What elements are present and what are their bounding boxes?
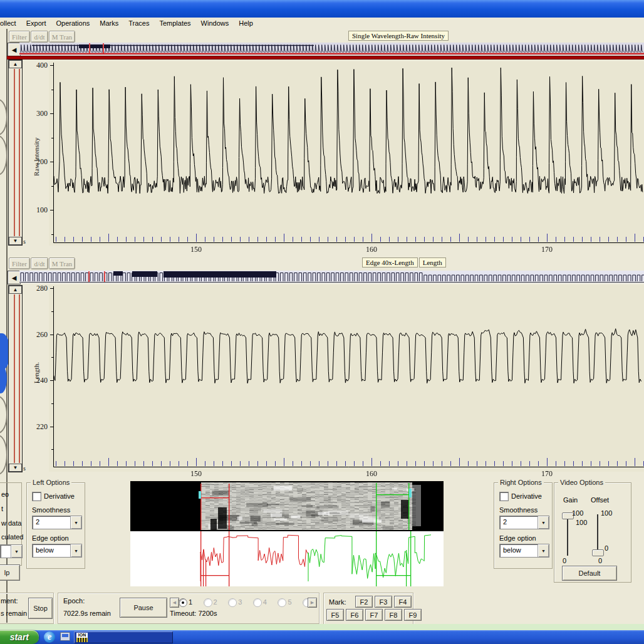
stop-button[interactable]: Stop — [28, 598, 53, 619]
epoch-radio-4 — [253, 598, 262, 607]
ionwizard-app-icon: ION — [76, 633, 88, 642]
cut-label-2: w data — [1, 519, 21, 527]
internet-explorer-icon[interactable]: e — [44, 631, 55, 643]
window-titlebar[interactable] — [0, 0, 644, 18]
y-tick-label: 200 — [28, 157, 48, 167]
scroll-down-icon[interactable]: ▼ — [9, 237, 22, 245]
scroll-up-icon[interactable]: ▲ — [9, 60, 22, 68]
menu-item-help[interactable]: Help — [239, 19, 253, 27]
epoch-radio-1[interactable] — [179, 598, 187, 607]
scroll-down-icon[interactable]: ▼ — [9, 464, 22, 472]
experiment-label: ment: — [1, 597, 18, 605]
offset-slider-handle[interactable] — [592, 549, 604, 556]
y-tick-label: 400 — [28, 61, 48, 70]
right-derivative-checkbox[interactable] — [499, 492, 509, 501]
chevron-down-icon[interactable]: ▼ — [11, 545, 22, 558]
right-options-title: Right Options — [498, 479, 544, 486]
scrollbar-track[interactable] — [14, 69, 20, 236]
gain-value: 100 — [576, 519, 587, 526]
cut-label-1: t — [1, 505, 3, 512]
chevron-down-icon[interactable]: ▼ — [70, 516, 81, 529]
x-tick-label: 170 — [538, 469, 556, 479]
scroll-up-icon[interactable]: ▲ — [9, 286, 22, 294]
menu-item-ollect[interactable]: ollect — [0, 19, 16, 27]
video-options-group: Video Options Gain Offset 100 100 0 100 … — [554, 482, 631, 583]
mark-f5-button[interactable]: F5 — [326, 609, 344, 621]
menu-item-operations[interactable]: Operations — [56, 19, 90, 27]
mtran-button: M Tran — [49, 31, 75, 43]
menu-item-templates[interactable]: Templates — [159, 19, 190, 27]
menu-item-traces[interactable]: Traces — [128, 19, 149, 27]
left-edge-option-select[interactable]: below▼ — [32, 544, 82, 558]
mark-f3-button[interactable]: F3 — [375, 596, 392, 608]
x-tick-label: 170 — [538, 245, 556, 254]
mark-f4-button[interactable]: F4 — [394, 596, 412, 608]
offset-scale-max: 100 — [601, 509, 612, 517]
right-smoothness-select[interactable]: 2▼ — [499, 516, 549, 529]
left-derivative-checkbox[interactable] — [32, 492, 41, 501]
gain-label: Gain — [563, 496, 578, 504]
mark-f8-button[interactable]: F8 — [385, 609, 402, 621]
chevron-down-icon[interactable]: ▼ — [538, 544, 549, 557]
y-tick-label: 300 — [28, 109, 48, 118]
chevron-down-icon[interactable]: ▼ — [538, 516, 549, 529]
chart1-y-axis-label: Raw Intensity — [33, 113, 40, 200]
program-icon[interactable] — [60, 632, 70, 641]
cell-video-image — [130, 481, 444, 531]
menu-item-export[interactable]: Export — [26, 19, 46, 27]
trace1-title-label: Single Wavelength-Raw Intensity — [348, 31, 449, 41]
cut-label-0: eo — [1, 491, 9, 498]
gain-slider-track[interactable] — [567, 514, 568, 556]
filter-button: Filter — [9, 31, 30, 43]
epoch-radio-label-1: 1 — [189, 598, 192, 606]
start-button[interactable]: start — [0, 630, 39, 644]
length-overview-strip[interactable] — [19, 271, 644, 283]
raw-intensity-overview-strip[interactable] — [19, 43, 644, 55]
mark-f2-button[interactable]: F2 — [355, 596, 373, 608]
left-smoothness-select[interactable]: 2▼ — [32, 516, 82, 529]
right-edge-option-label: Edge option — [499, 534, 536, 542]
menu-item-windows[interactable]: Windows — [201, 19, 229, 27]
chart1-vertical-scrollbar[interactable]: ▲ ▼ — [8, 60, 23, 246]
x-tick-label: 160 — [363, 245, 380, 254]
trace2-title-label: Edge 40x-Length — [362, 257, 418, 267]
video-options-title: Video Options — [558, 479, 605, 486]
mark-f9-button[interactable]: F9 — [404, 609, 422, 621]
chart2-time-unit: s — [23, 465, 26, 472]
raw-intensity-trace-canvas — [49, 61, 644, 246]
taskbar-app-button[interactable]: ION — [74, 631, 173, 643]
gain-scale-min: 0 — [563, 557, 566, 564]
mark-f7-button[interactable]: F7 — [365, 609, 383, 621]
strip1-scroll-left-button[interactable]: ◀ — [8, 43, 21, 56]
mark-f6-button[interactable]: F6 — [346, 609, 363, 621]
chart2-vertical-scrollbar[interactable]: ▲ ▼ — [8, 285, 23, 472]
left-derivative-label: Derivative — [44, 492, 75, 500]
left-edge-option-label: Edge option — [32, 534, 69, 542]
cut-dropdown[interactable]: ▼ — [0, 544, 23, 558]
menu-item-marks[interactable]: Marks — [100, 19, 118, 27]
chevron-down-icon[interactable]: ▼ — [70, 544, 81, 557]
help-button[interactable]: lp — [0, 564, 20, 581]
mtran-button-2: M Tran — [49, 257, 75, 269]
right-edge-option-select[interactable]: below▼ — [499, 544, 549, 558]
scrollbar-track[interactable] — [14, 294, 20, 463]
epoch-radio-2 — [204, 598, 212, 607]
default-button[interactable]: Default — [562, 566, 617, 581]
offset-value: 0 — [605, 544, 608, 552]
epoch-radio-label-2: 2 — [214, 598, 217, 606]
filter-button-2: Filter — [9, 257, 30, 269]
red-separator — [7, 56, 644, 60]
y-tick-label: 260 — [28, 330, 48, 340]
epoch-radio-5 — [278, 598, 286, 607]
strip2-scroll-left-button[interactable]: ◀ — [8, 271, 21, 284]
right-options-group: Right Options Derivative Smoothness 2▼ E… — [494, 482, 553, 569]
ionwizard-window: ollectExportOperationsMarksTracesTemplat… — [0, 0, 644, 644]
timeout-label: Timeout: 7200s — [170, 610, 217, 617]
y-tick-label: 280 — [28, 284, 48, 293]
window-bottom-edge — [0, 624, 644, 630]
epoch-radio-label-4: 4 — [263, 598, 267, 606]
epoch-radio-label-3: 3 — [238, 598, 242, 606]
x-tick-label: 150 — [187, 245, 205, 254]
trace2-title-label2: Length — [419, 257, 446, 267]
epoch-next-button: ▶ — [308, 598, 317, 608]
